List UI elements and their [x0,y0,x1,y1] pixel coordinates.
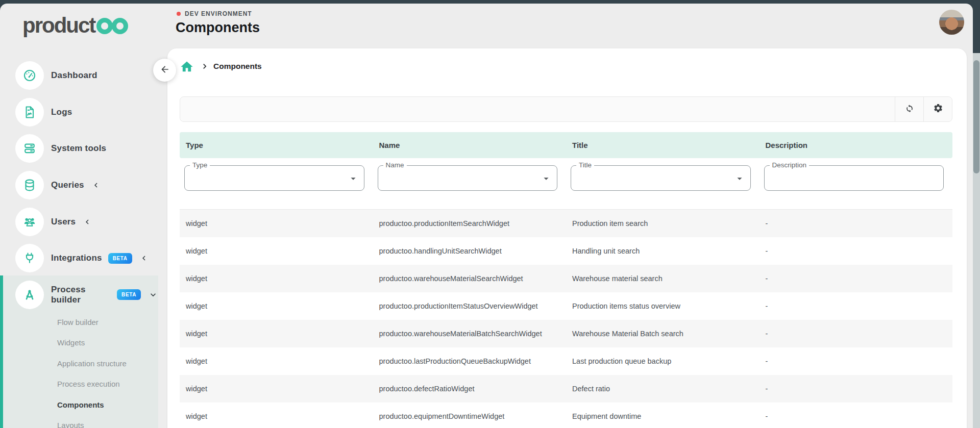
sidebar-item-label: Dashboard [51,70,97,81]
cell-name: productoo.productionItemSearchWidget [373,219,567,228]
sidebar: Dashboard Logs [0,4,158,428]
refresh-button[interactable] [895,97,923,121]
environment-label: DEV ENVIRONMENT [185,10,252,17]
sidebar-subitem[interactable]: Widgets [0,333,158,354]
sidebar-item-label: Logs [51,107,72,117]
refresh-icon [904,103,915,115]
cell-description: - [760,302,953,310]
cell-type: widget [180,357,373,365]
table-filter-row: Type Name [180,158,952,209]
sidebar-item[interactable]: Users [0,204,158,240]
screen: product oo DEV ENVIRONMENT Components Da… [0,0,980,428]
table-row[interactable]: widget productoo.warehouseMaterialSearch… [180,265,952,292]
compass-icon [22,288,37,302]
sidebar-nav: Dashboard Logs [0,57,158,313]
cell-name: productoo.warehouseMaterialSearchWidget [373,274,567,283]
cell-description: - [760,412,953,420]
sidebar-item[interactable]: Dashboard [0,57,158,94]
cell-description: - [760,330,953,338]
table-toolbar [180,96,952,122]
cell-title: Warehouse Material Batch search [566,330,760,338]
cell-name: productoo.handlingUnitSearchWidget [373,247,567,255]
sidebar-item[interactable]: Logs [0,94,158,131]
table-row[interactable]: widget productoo.productionItemStatusOve… [180,292,952,320]
cell-title: Handling unit search [566,247,760,255]
sidebar-subitem[interactable]: Process execution [0,374,158,395]
column-header: Type [180,141,373,149]
cell-name: productoo.productionItemStatusOverviewWi… [373,302,567,310]
column-header: Title [566,141,760,149]
column-header: Description [760,141,953,149]
sidebar-item[interactable]: Queries [0,167,158,204]
table-row[interactable]: widget productoo.defectRatioWidget Defec… [180,375,952,402]
sidebar-subitem[interactable]: Layouts [0,415,158,428]
breadcrumb-current: Components [213,62,262,71]
arrow-left-icon [160,64,170,77]
sidebar-subitem-label: Process execution [57,380,120,388]
filter-field[interactable]: Name [378,165,558,191]
beta-badge: BETA [117,289,141,300]
filter-field-label: Description [770,161,810,169]
sidebar-subitem[interactable]: Components [0,394,158,415]
cell-type: widget [180,330,373,338]
dropdown-arrow-icon[interactable] [734,173,745,184]
dropdown-arrow-icon[interactable] [348,173,359,184]
page-title: Components [176,20,260,36]
table-row[interactable]: widget productoo.productionItemSearchWid… [180,210,952,237]
logs-icon [22,105,37,119]
home-icon[interactable] [180,60,194,74]
users-icon [22,215,37,229]
chevron-left-icon[interactable] [83,217,92,226]
table-row[interactable]: widget productoo.warehouseMaterialBatchS… [180,320,952,347]
cell-type: widget [180,412,373,420]
cell-description: - [760,385,953,393]
sidebar-item[interactable]: Process builder BETA [0,276,158,313]
cell-title: Last production queue backup [566,357,760,365]
scrollbar-thumb[interactable] [973,60,979,173]
settings-button[interactable] [923,97,952,121]
table-row[interactable]: widget productoo.lastProductionQueueBack… [180,347,952,375]
components-table: Type Name Title Description Type [180,132,952,428]
environment-dot-icon [177,12,181,16]
sidebar-item-label: Users [51,217,76,227]
gauge-icon [22,68,37,83]
sidebar-subitem-label: Widgets [57,338,85,347]
environment-indicator: DEV ENVIRONMENT [177,10,252,18]
database-icon [22,178,37,192]
cell-description: - [760,219,953,228]
sidebar-item[interactable]: Integrations BETA [0,240,158,276]
sidebar-subitem[interactable]: Flow builder [0,312,158,333]
table-body: widget productoo.productionItemSearchWid… [180,209,952,428]
user-avatar[interactable] [939,10,964,35]
filter-field[interactable]: Title [571,165,751,191]
chevron-left-icon[interactable] [91,181,101,190]
sidebar-subitem-label: Flow builder [57,318,99,326]
filter-field[interactable]: Type [184,165,364,191]
cell-name: productoo.defectRatioWidget [373,385,567,393]
chevron-left-icon[interactable] [139,254,149,263]
cell-title: Defect ratio [566,385,760,393]
cell-title: Equipment downtime [566,412,760,420]
chevron-down-icon[interactable] [148,290,158,300]
sidebar-item-label: Process builder [51,285,111,305]
column-header: Name [373,141,567,149]
sidebar-subitem-label: Layouts [57,421,84,428]
sidebar-item[interactable]: System tools [0,130,158,167]
table-row[interactable]: widget productoo.handlingUnitSearchWidge… [180,237,952,265]
sidebar-subitem[interactable]: Application structure [0,353,158,374]
filter-field-label: Type [190,161,210,169]
back-button[interactable] [153,59,176,82]
app-window: product oo DEV ENVIRONMENT Components Da… [0,4,973,428]
sidebar-item-label: Integrations [51,253,102,263]
table-row[interactable]: widget productoo.equipmentDowntimeWidget… [180,402,952,428]
dropdown-arrow-icon[interactable] [541,173,552,184]
cell-name: productoo.lastProductionQueueBackupWidge… [373,357,567,365]
beta-badge: BETA [108,253,132,264]
cell-type: widget [180,385,373,393]
filter-field[interactable]: Description [764,165,944,191]
cell-title: Warehouse material search [566,274,760,283]
cell-description: - [760,274,953,283]
filter-field-label: Title [576,161,594,169]
cell-type: widget [180,219,373,228]
sidebar-subitem-label: Application structure [57,359,127,368]
